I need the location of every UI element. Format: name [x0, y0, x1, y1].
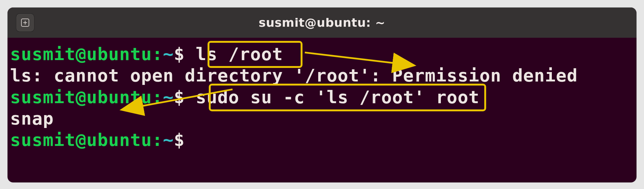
prompt-user: susmit@ubuntu [10, 87, 152, 107]
prompt-line-2: susmit@ubuntu:~$ sudo su -c 'ls /root' r… [8, 86, 636, 108]
prompt-colon: : [152, 130, 163, 150]
prompt-dollar: $ [174, 130, 196, 150]
prompt-line-1: susmit@ubuntu:~$ ls /root [8, 43, 636, 65]
terminal-body[interactable]: susmit@ubuntu:~$ ls /root ls: cannot ope… [8, 38, 636, 151]
prompt-colon: : [152, 87, 163, 107]
command-1: ls /root [196, 44, 283, 64]
prompt-user: susmit@ubuntu [10, 44, 152, 64]
prompt-line-3: susmit@ubuntu:~$ [8, 129, 636, 151]
new-tab-button[interactable] [16, 14, 34, 31]
prompt-user: susmit@ubuntu [10, 130, 152, 150]
prompt-path: ~ [163, 87, 174, 107]
prompt-path: ~ [163, 130, 174, 150]
output-1: ls: cannot open directory '/root': Permi… [8, 65, 636, 86]
prompt-dollar: $ [174, 87, 196, 107]
titlebar: susmit@ubuntu: ~ [8, 8, 636, 38]
window-title: susmit@ubuntu: ~ [8, 16, 636, 30]
prompt-colon: : [152, 44, 163, 64]
prompt-dollar: $ [174, 44, 196, 64]
command-2: sudo su -c 'ls /root' root [196, 87, 480, 107]
terminal-window: susmit@ubuntu: ~ susmit@ubuntu:~$ ls /ro… [8, 8, 636, 182]
new-tab-icon [20, 18, 30, 27]
prompt-path: ~ [163, 44, 174, 64]
output-2: snap [8, 108, 636, 129]
